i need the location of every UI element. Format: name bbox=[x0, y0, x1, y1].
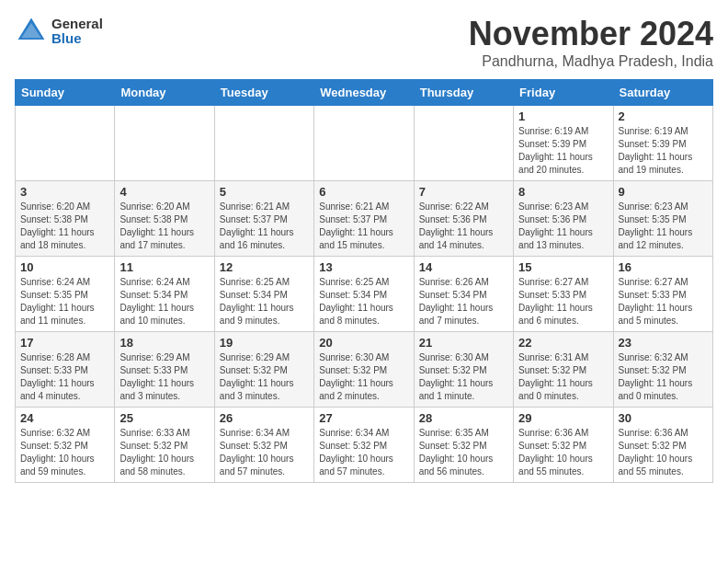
day-cell-5: 5Sunrise: 6:21 AM Sunset: 5:37 PM Daylig… bbox=[214, 181, 313, 257]
day-number-21: 21 bbox=[419, 336, 508, 350]
empty-cell bbox=[115, 106, 214, 181]
day-cell-13: 13Sunrise: 6:25 AM Sunset: 5:34 PM Dayli… bbox=[314, 257, 414, 332]
day-cell-18: 18Sunrise: 6:29 AM Sunset: 5:33 PM Dayli… bbox=[115, 332, 214, 408]
weekday-header-friday: Friday bbox=[514, 80, 613, 106]
day-number-18: 18 bbox=[119, 336, 209, 350]
day-number-4: 4 bbox=[119, 185, 209, 199]
day-info-17: Sunrise: 6:28 AM Sunset: 5:33 PM Dayligh… bbox=[20, 351, 109, 403]
day-cell-4: 4Sunrise: 6:20 AM Sunset: 5:38 PM Daylig… bbox=[115, 181, 214, 257]
day-cell-14: 14Sunrise: 6:26 AM Sunset: 5:34 PM Dayli… bbox=[414, 257, 513, 332]
day-cell-9: 9Sunrise: 6:23 AM Sunset: 5:35 PM Daylig… bbox=[613, 181, 712, 257]
day-number-28: 28 bbox=[419, 411, 508, 425]
day-info-11: Sunrise: 6:24 AM Sunset: 5:34 PM Dayligh… bbox=[119, 276, 209, 327]
day-cell-17: 17Sunrise: 6:28 AM Sunset: 5:33 PM Dayli… bbox=[16, 332, 115, 408]
day-info-25: Sunrise: 6:33 AM Sunset: 5:32 PM Dayligh… bbox=[119, 427, 209, 478]
day-number-1: 1 bbox=[518, 109, 608, 123]
day-number-27: 27 bbox=[319, 411, 408, 425]
day-info-15: Sunrise: 6:27 AM Sunset: 5:33 PM Dayligh… bbox=[518, 276, 608, 327]
day-info-7: Sunrise: 6:22 AM Sunset: 5:36 PM Dayligh… bbox=[419, 201, 508, 252]
day-info-10: Sunrise: 6:24 AM Sunset: 5:35 PM Dayligh… bbox=[20, 276, 109, 327]
day-cell-29: 29Sunrise: 6:36 AM Sunset: 5:32 PM Dayli… bbox=[514, 408, 613, 483]
weekday-header-row: SundayMondayTuesdayWednesdayThursdayFrid… bbox=[16, 80, 713, 106]
day-cell-12: 12Sunrise: 6:25 AM Sunset: 5:34 PM Dayli… bbox=[214, 257, 313, 332]
day-number-6: 6 bbox=[319, 185, 408, 199]
header: General Blue November 2024 Pandhurna, Ma… bbox=[15, 15, 713, 70]
weekday-header-tuesday: Tuesday bbox=[214, 80, 313, 106]
day-number-15: 15 bbox=[518, 260, 608, 274]
day-number-22: 22 bbox=[518, 336, 608, 350]
day-number-16: 16 bbox=[619, 260, 708, 274]
day-cell-10: 10Sunrise: 6:24 AM Sunset: 5:35 PM Dayli… bbox=[16, 257, 115, 332]
day-number-26: 26 bbox=[220, 411, 309, 425]
day-info-2: Sunrise: 6:19 AM Sunset: 5:39 PM Dayligh… bbox=[619, 125, 708, 177]
weekday-header-saturday: Saturday bbox=[613, 80, 712, 106]
day-number-5: 5 bbox=[220, 185, 309, 199]
empty-cell bbox=[314, 106, 414, 181]
day-info-30: Sunrise: 6:36 AM Sunset: 5:32 PM Dayligh… bbox=[619, 427, 708, 478]
day-info-26: Sunrise: 6:34 AM Sunset: 5:32 PM Dayligh… bbox=[220, 427, 309, 478]
day-info-22: Sunrise: 6:31 AM Sunset: 5:32 PM Dayligh… bbox=[518, 351, 608, 403]
location-title: Pandhurna, Madhya Pradesh, India bbox=[469, 53, 713, 70]
week-row-4: 17Sunrise: 6:28 AM Sunset: 5:33 PM Dayli… bbox=[16, 332, 713, 408]
week-row-5: 24Sunrise: 6:32 AM Sunset: 5:32 PM Dayli… bbox=[16, 408, 713, 483]
logo-text: General Blue bbox=[51, 17, 103, 47]
day-number-29: 29 bbox=[518, 411, 608, 425]
weekday-header-sunday: Sunday bbox=[16, 80, 115, 106]
day-info-6: Sunrise: 6:21 AM Sunset: 5:37 PM Dayligh… bbox=[319, 201, 408, 252]
day-cell-2: 2Sunrise: 6:19 AM Sunset: 5:39 PM Daylig… bbox=[613, 106, 712, 181]
day-info-3: Sunrise: 6:20 AM Sunset: 5:38 PM Dayligh… bbox=[20, 201, 109, 252]
day-info-23: Sunrise: 6:32 AM Sunset: 5:32 PM Dayligh… bbox=[619, 351, 708, 403]
day-info-18: Sunrise: 6:29 AM Sunset: 5:33 PM Dayligh… bbox=[119, 351, 209, 403]
day-number-10: 10 bbox=[20, 260, 109, 274]
day-number-19: 19 bbox=[220, 336, 309, 350]
day-info-9: Sunrise: 6:23 AM Sunset: 5:35 PM Dayligh… bbox=[619, 201, 708, 252]
week-row-1: 1Sunrise: 6:19 AM Sunset: 5:39 PM Daylig… bbox=[16, 106, 713, 181]
day-cell-7: 7Sunrise: 6:22 AM Sunset: 5:36 PM Daylig… bbox=[414, 181, 513, 257]
day-cell-8: 8Sunrise: 6:23 AM Sunset: 5:36 PM Daylig… bbox=[514, 181, 613, 257]
day-cell-24: 24Sunrise: 6:32 AM Sunset: 5:32 PM Dayli… bbox=[16, 408, 115, 483]
weekday-header-thursday: Thursday bbox=[414, 80, 513, 106]
day-number-13: 13 bbox=[319, 260, 408, 274]
empty-cell bbox=[16, 106, 115, 181]
weekday-header-monday: Monday bbox=[115, 80, 214, 106]
empty-cell bbox=[414, 106, 513, 181]
day-number-17: 17 bbox=[20, 336, 109, 350]
day-cell-27: 27Sunrise: 6:34 AM Sunset: 5:32 PM Dayli… bbox=[314, 408, 414, 483]
day-cell-11: 11Sunrise: 6:24 AM Sunset: 5:34 PM Dayli… bbox=[115, 257, 214, 332]
day-info-16: Sunrise: 6:27 AM Sunset: 5:33 PM Dayligh… bbox=[619, 276, 708, 327]
day-cell-6: 6Sunrise: 6:21 AM Sunset: 5:37 PM Daylig… bbox=[314, 181, 414, 257]
day-cell-30: 30Sunrise: 6:36 AM Sunset: 5:32 PM Dayli… bbox=[613, 408, 712, 483]
day-number-8: 8 bbox=[518, 185, 608, 199]
day-cell-26: 26Sunrise: 6:34 AM Sunset: 5:32 PM Dayli… bbox=[214, 408, 313, 483]
day-info-14: Sunrise: 6:26 AM Sunset: 5:34 PM Dayligh… bbox=[419, 276, 508, 327]
day-number-23: 23 bbox=[619, 336, 708, 350]
day-number-24: 24 bbox=[20, 411, 109, 425]
logo-icon bbox=[15, 15, 48, 48]
day-info-4: Sunrise: 6:20 AM Sunset: 5:38 PM Dayligh… bbox=[119, 201, 209, 252]
day-info-13: Sunrise: 6:25 AM Sunset: 5:34 PM Dayligh… bbox=[319, 276, 408, 327]
day-number-20: 20 bbox=[319, 336, 408, 350]
weekday-header-wednesday: Wednesday bbox=[314, 80, 414, 106]
month-title: November 2024 bbox=[469, 15, 713, 53]
calendar-table: SundayMondayTuesdayWednesdayThursdayFrid… bbox=[15, 79, 713, 483]
day-info-19: Sunrise: 6:29 AM Sunset: 5:32 PM Dayligh… bbox=[220, 351, 309, 403]
day-info-8: Sunrise: 6:23 AM Sunset: 5:36 PM Dayligh… bbox=[518, 201, 608, 252]
day-number-11: 11 bbox=[119, 260, 209, 274]
day-number-30: 30 bbox=[619, 411, 708, 425]
logo-general-text: General bbox=[51, 17, 103, 32]
day-number-12: 12 bbox=[220, 260, 309, 274]
logo: General Blue bbox=[15, 15, 103, 48]
day-cell-16: 16Sunrise: 6:27 AM Sunset: 5:33 PM Dayli… bbox=[613, 257, 712, 332]
day-cell-25: 25Sunrise: 6:33 AM Sunset: 5:32 PM Dayli… bbox=[115, 408, 214, 483]
day-info-24: Sunrise: 6:32 AM Sunset: 5:32 PM Dayligh… bbox=[20, 427, 109, 478]
day-cell-21: 21Sunrise: 6:30 AM Sunset: 5:32 PM Dayli… bbox=[414, 332, 513, 408]
logo-blue-text: Blue bbox=[51, 31, 103, 47]
day-cell-15: 15Sunrise: 6:27 AM Sunset: 5:33 PM Dayli… bbox=[514, 257, 613, 332]
day-cell-3: 3Sunrise: 6:20 AM Sunset: 5:38 PM Daylig… bbox=[16, 181, 115, 257]
day-info-1: Sunrise: 6:19 AM Sunset: 5:39 PM Dayligh… bbox=[518, 125, 608, 177]
day-cell-20: 20Sunrise: 6:30 AM Sunset: 5:32 PM Dayli… bbox=[314, 332, 414, 408]
week-row-2: 3Sunrise: 6:20 AM Sunset: 5:38 PM Daylig… bbox=[16, 181, 713, 257]
day-info-5: Sunrise: 6:21 AM Sunset: 5:37 PM Dayligh… bbox=[220, 201, 309, 252]
empty-cell bbox=[214, 106, 313, 181]
day-number-9: 9 bbox=[619, 185, 708, 199]
